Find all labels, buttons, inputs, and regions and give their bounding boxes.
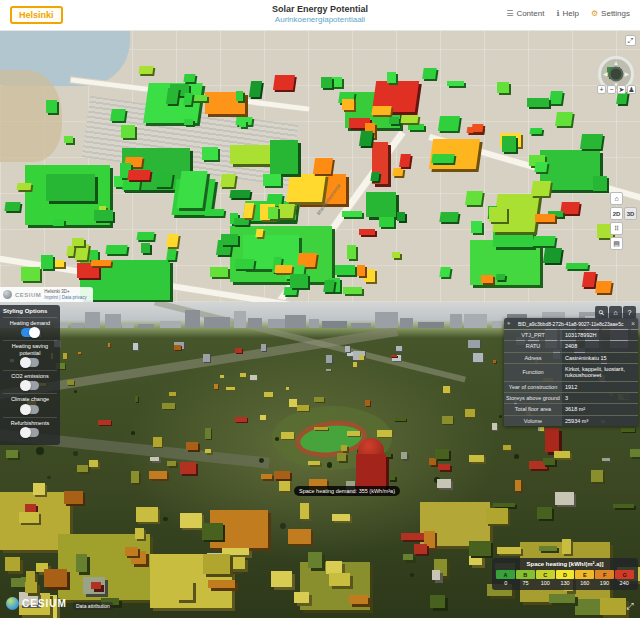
building-block bbox=[591, 470, 603, 482]
menu-item-settings[interactable]: ⚙ Settings bbox=[591, 9, 630, 18]
building-block bbox=[364, 269, 375, 282]
layers-grid-button[interactable]: ⠿ bbox=[610, 222, 623, 235]
building-block bbox=[136, 232, 154, 240]
building-block bbox=[530, 128, 543, 134]
tree bbox=[27, 539, 32, 544]
heating-demand-toggle[interactable] bbox=[21, 328, 39, 337]
view-2d-button[interactable]: 2D bbox=[610, 207, 623, 220]
building-block bbox=[471, 124, 483, 132]
road bbox=[429, 134, 640, 202]
building-block bbox=[0, 492, 70, 550]
menu-item-help[interactable]: ℹ Help bbox=[556, 9, 579, 18]
camera-track-icon[interactable]: ⌖ bbox=[507, 320, 510, 327]
building-block bbox=[543, 458, 555, 464]
locate-icon: ➤ bbox=[619, 86, 625, 94]
tree bbox=[332, 605, 339, 612]
building-block bbox=[471, 221, 482, 234]
compass-center bbox=[609, 67, 624, 82]
building-block bbox=[242, 201, 297, 221]
building-block bbox=[447, 81, 464, 87]
building-block bbox=[66, 246, 74, 256]
fullscreen-button[interactable]: ⤢ bbox=[625, 35, 636, 46]
building-block bbox=[503, 445, 511, 451]
building-block bbox=[26, 571, 35, 583]
building-block bbox=[422, 68, 437, 79]
church-body bbox=[356, 454, 386, 490]
skyline-building bbox=[71, 323, 85, 328]
building-block bbox=[300, 562, 370, 610]
heating-saving-toggle[interactable] bbox=[21, 358, 39, 367]
building-block bbox=[17, 183, 32, 190]
railway-yard bbox=[82, 96, 299, 187]
compass-east-arrow: ▶ bbox=[624, 71, 629, 77]
legend-classes: A B C D E F G bbox=[494, 570, 636, 579]
building-block bbox=[535, 214, 554, 222]
legend-class-d: D bbox=[556, 570, 575, 579]
skyline-building bbox=[138, 324, 154, 328]
data-attribution-link[interactable]: Data attribution bbox=[73, 602, 113, 610]
info-label: Adress bbox=[504, 353, 562, 363]
info-row: VTJ_PRT103178992H bbox=[504, 329, 638, 340]
locate-button[interactable]: ➤ bbox=[617, 85, 626, 94]
view-3d-button[interactable]: 3D bbox=[624, 207, 637, 220]
pegman-button[interactable]: ♟ bbox=[627, 85, 636, 94]
compass-north-arrow: ▲ bbox=[613, 60, 619, 66]
legend-value: 190 bbox=[595, 580, 615, 586]
toggle-knob bbox=[29, 327, 40, 338]
building-block bbox=[555, 492, 574, 505]
skyline-building bbox=[400, 318, 413, 328]
building-block bbox=[141, 243, 150, 253]
search-icon: ⚲ bbox=[597, 308, 606, 317]
fullscreen-button-bottom[interactable]: ⤢ bbox=[624, 600, 636, 612]
building-block bbox=[515, 480, 522, 491]
building-block bbox=[176, 580, 193, 601]
minus-icon: − bbox=[609, 86, 613, 93]
skyline-building bbox=[322, 321, 346, 328]
legend-class-g: G bbox=[615, 570, 634, 579]
building-block bbox=[33, 483, 46, 496]
info-value: 3 bbox=[562, 393, 638, 403]
building-block bbox=[531, 181, 551, 196]
building-block bbox=[63, 353, 67, 359]
zoom-out-button[interactable]: − bbox=[607, 85, 616, 94]
building-block bbox=[582, 272, 596, 287]
heating-map[interactable]: Styling Options Heating demand Heating s… bbox=[0, 302, 640, 618]
info-label: VTJ_PRT bbox=[504, 330, 562, 340]
building-block bbox=[359, 229, 376, 236]
zoom-in-button[interactable]: + bbox=[597, 85, 606, 94]
building-block bbox=[371, 81, 418, 112]
toggle-knob bbox=[20, 357, 31, 368]
attribution-links[interactable]: Imprint | Data privacy bbox=[44, 295, 86, 300]
building-block bbox=[335, 265, 355, 275]
solar-map[interactable]: Mannerheimintie ⤢ ▲ ▼ ◀ ▶ + − ➤ ♟ ⌂ 2D 3… bbox=[0, 30, 640, 302]
building-block bbox=[488, 206, 498, 215]
building-block bbox=[25, 582, 37, 593]
building-block bbox=[277, 204, 295, 218]
building-block bbox=[359, 131, 373, 146]
home-button[interactable]: ⌂ bbox=[610, 192, 623, 205]
building-block bbox=[432, 570, 441, 580]
building-block bbox=[105, 245, 127, 254]
building-block bbox=[470, 240, 540, 285]
skyline-building bbox=[375, 312, 398, 328]
building-block bbox=[393, 168, 404, 176]
cesium-wordmark: CESIUM bbox=[22, 597, 67, 610]
building-block bbox=[268, 207, 277, 219]
building-block bbox=[540, 427, 544, 431]
legend-class-f: F bbox=[595, 570, 614, 579]
list-icon: ▤ bbox=[613, 240, 620, 248]
cesium-logo[interactable]: CESIUM Data attribution bbox=[6, 597, 113, 610]
building-block bbox=[602, 458, 610, 462]
building-block bbox=[440, 267, 452, 277]
legend-list-button[interactable]: ▤ bbox=[610, 237, 623, 250]
skyline-building bbox=[309, 319, 320, 328]
co2-emissions-toggle[interactable] bbox=[21, 381, 39, 390]
refurbishments-toggle[interactable] bbox=[21, 428, 39, 437]
menu-item-content[interactable]: ☰ Content bbox=[506, 9, 544, 18]
map-tool-stack: ⌂ 2D 3D ⠿ ▤ bbox=[610, 192, 637, 250]
styling-option-heating-demand: Heating demand bbox=[3, 317, 57, 340]
climate-change-toggle[interactable] bbox=[21, 405, 39, 414]
close-icon[interactable]: × bbox=[631, 320, 635, 327]
building-block bbox=[438, 116, 460, 131]
building-block bbox=[466, 127, 483, 133]
